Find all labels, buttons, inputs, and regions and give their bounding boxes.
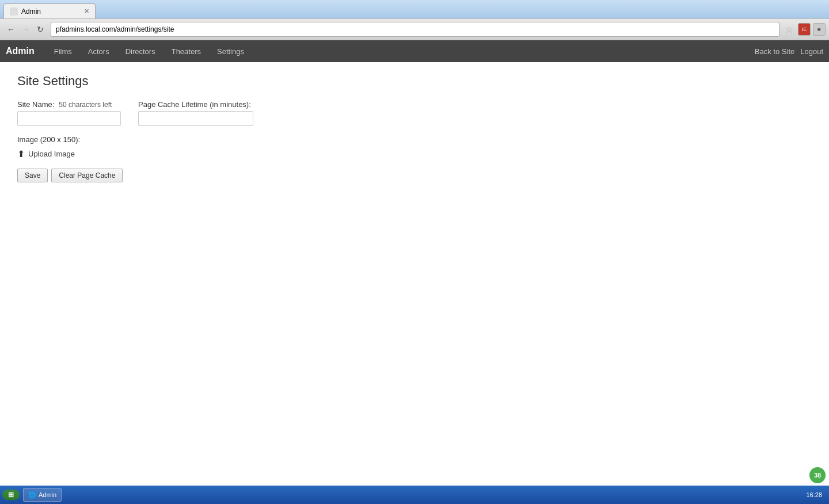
- refresh-button[interactable]: ↻: [33, 24, 47, 35]
- save-button[interactable]: Save: [17, 169, 48, 182]
- action-buttons: Save Clear Page Cache: [17, 169, 812, 182]
- forward-button[interactable]: →: [18, 24, 33, 35]
- image-section: Image (200 x 150): ⬆ Upload Image: [17, 135, 812, 159]
- clear-cache-button[interactable]: Clear Page Cache: [51, 169, 123, 182]
- bookmark-icon[interactable]: ☆: [785, 24, 793, 35]
- nav-link-actors[interactable]: Actors: [80, 41, 117, 62]
- cache-group: Page Cache Lifetime (in minutes):: [138, 100, 253, 126]
- admin-navbar: Admin Films Actors Directors Theaters Se…: [0, 40, 829, 62]
- upload-image-button[interactable]: ⬆ Upload Image: [17, 148, 75, 159]
- tab-bar: Admin ✕: [0, 0, 829, 18]
- browser-tools: IE ≡: [798, 23, 826, 36]
- page-title: Site Settings: [17, 74, 812, 89]
- upload-label: Upload Image: [28, 150, 75, 158]
- nav-link-films[interactable]: Films: [46, 41, 80, 62]
- nav-bar: ← → ↻ ☆ IE ≡: [0, 18, 829, 40]
- cache-lifetime-input[interactable]: [138, 111, 253, 126]
- nav-link-settings[interactable]: Settings: [209, 41, 252, 62]
- main-content: Site Settings Site Name: 50 characters l…: [0, 62, 829, 194]
- admin-nav-links: Films Actors Directors Theaters Settings: [46, 41, 755, 62]
- cache-label-row: Page Cache Lifetime (in minutes):: [138, 100, 253, 109]
- tab-favicon: [10, 7, 18, 16]
- profile-button[interactable]: IE: [798, 23, 811, 36]
- site-name-label-row: Site Name: 50 characters left: [17, 100, 121, 109]
- image-label: Image (200 x 150):: [17, 135, 812, 144]
- nav-link-theaters[interactable]: Theaters: [163, 41, 209, 62]
- menu-button[interactable]: ≡: [813, 23, 826, 36]
- nav-link-directors[interactable]: Directors: [117, 41, 163, 62]
- browser-tab[interactable]: Admin ✕: [3, 3, 96, 18]
- browser-chrome: Admin ✕ ← → ↻ ☆ IE ≡: [0, 0, 829, 40]
- cache-label: Page Cache Lifetime (in minutes):: [138, 100, 251, 109]
- back-to-site-link[interactable]: Back to Site: [755, 47, 794, 56]
- tab-title: Admin: [21, 7, 41, 16]
- tab-close-button[interactable]: ✕: [84, 7, 89, 15]
- back-button[interactable]: ←: [3, 24, 18, 35]
- admin-brand: Admin: [6, 46, 35, 56]
- upload-icon: ⬆: [17, 148, 25, 159]
- logout-link[interactable]: Logout: [800, 47, 823, 56]
- site-name-label: Site Name:: [17, 100, 54, 109]
- settings-form-row: Site Name: 50 characters left Page Cache…: [17, 100, 812, 126]
- char-count: 50 characters left: [59, 101, 112, 109]
- address-bar[interactable]: [51, 22, 779, 37]
- admin-nav-right: Back to Site Logout: [755, 47, 823, 56]
- site-name-input[interactable]: [17, 111, 121, 126]
- site-name-group: Site Name: 50 characters left: [17, 100, 121, 126]
